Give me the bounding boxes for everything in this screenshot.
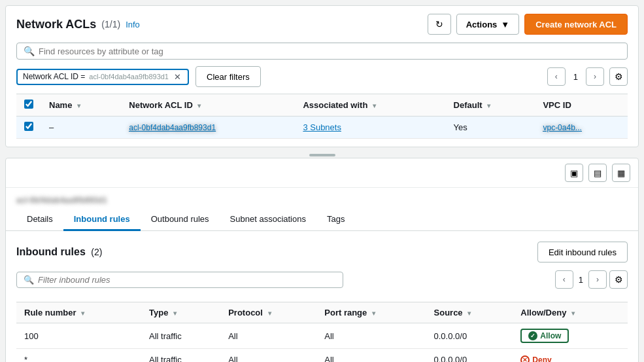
- sort-icon-allow-deny: ▾: [571, 310, 575, 317]
- gear-icon-inbound: ⚙: [615, 274, 623, 285]
- inbound-prev-button[interactable]: ‹: [555, 270, 573, 289]
- header-actions: ↻ Actions ▼ Create network ACL: [428, 14, 628, 35]
- table-row: – acl-0bf4dab4aa9fb893d1 3 Subnets Yes v…: [16, 117, 628, 139]
- inbound-section: Inbound rules (2) Edit inbound rules 🔍 ‹: [6, 231, 638, 362]
- col-acl-id[interactable]: Network ACL ID ▾: [121, 94, 295, 117]
- next-page-button[interactable]: ›: [586, 67, 604, 86]
- rule-1-type: All traffic: [141, 349, 220, 363]
- tab-subnet-associations-label: Subnet associations: [230, 214, 306, 224]
- filter-tag: Network ACL ID = acl-0bf4dab4aa9fb893d1 …: [16, 69, 189, 85]
- chevron-right-icon-inbound: ›: [596, 275, 599, 284]
- rule-1-protocol: All: [220, 349, 316, 363]
- deny-label: Deny: [532, 355, 551, 362]
- col-name[interactable]: Name ▾: [41, 94, 121, 117]
- tab-tags-label: Tags: [327, 214, 345, 224]
- col-default-label: Default: [454, 100, 483, 110]
- rule-1-source-value: 0.0.0.0/0: [434, 355, 467, 363]
- info-link[interactable]: Info: [126, 20, 140, 29]
- sort-icon-rule-number: ▾: [81, 310, 84, 317]
- row-vpc-id-value[interactable]: vpc-0a4b...: [543, 123, 581, 132]
- col-allow-deny[interactable]: Allow/Deny ▾: [513, 302, 628, 323]
- panel-title: Network ACLs (1/1) Info: [16, 18, 140, 31]
- allow-label: Allow: [540, 331, 561, 340]
- tab-tags[interactable]: Tags: [316, 209, 355, 231]
- view-icon-btn-2[interactable]: ▤: [588, 164, 607, 182]
- col-source[interactable]: Source ▾: [426, 302, 513, 323]
- filter-tag-value: acl-0bf4dab4aa9fb893d1: [89, 73, 169, 81]
- inbound-search-bar: 🔍: [16, 272, 343, 288]
- tab-outbound-rules-label: Outbound rules: [151, 214, 209, 224]
- inbound-next-button[interactable]: ›: [588, 270, 607, 289]
- col-rule-number-label: Rule number: [24, 308, 76, 317]
- sort-icon-name: ▾: [77, 102, 80, 109]
- filter-remove-button[interactable]: ✕: [173, 72, 182, 82]
- panel-divider[interactable]: [0, 153, 644, 158]
- col-type[interactable]: Type ▾: [141, 302, 220, 323]
- inbound-title-text: Inbound rules: [16, 246, 86, 257]
- inbound-pagination: ‹ 1 › ⚙: [555, 270, 628, 289]
- search-icon: 🔍: [24, 46, 35, 56]
- view-icon-1: ▣: [570, 168, 578, 178]
- row-associated-value[interactable]: 3 Subnets: [303, 122, 341, 132]
- row-checkbox[interactable]: [24, 122, 33, 131]
- clear-filters-button[interactable]: Clear filters: [195, 66, 261, 87]
- create-acl-button[interactable]: Create network ACL: [524, 14, 628, 35]
- col-allow-deny-label: Allow/Deny: [520, 308, 566, 317]
- select-all-checkbox[interactable]: [24, 100, 33, 109]
- create-label: Create network ACL: [535, 20, 617, 29]
- col-associated[interactable]: Associated with ▾: [295, 94, 445, 117]
- rule-1-number: *: [16, 349, 141, 363]
- row-default: Yes: [446, 117, 535, 139]
- col-port-range[interactable]: Port range ▾: [316, 302, 426, 323]
- col-protocol-label: Protocol: [228, 308, 263, 317]
- sort-icon-source: ▾: [467, 310, 471, 317]
- tab-outbound-rules[interactable]: Outbound rules: [141, 209, 220, 231]
- search-input[interactable]: [39, 46, 620, 56]
- inbound-settings-button[interactable]: ⚙: [609, 270, 628, 289]
- actions-button[interactable]: Actions ▼: [456, 14, 520, 35]
- rule-0-number-value: 100: [24, 331, 39, 341]
- page-wrapper: Network ACLs (1/1) Info ↻ Actions ▼ Crea…: [0, 5, 644, 362]
- rule-0-action: Allow: [513, 323, 628, 349]
- bottom-panel: ▣ ▤ ▦ acl-0bf4dab4aa9fb893d1 Details Inb…: [5, 158, 639, 362]
- row-checkbox-cell: [16, 117, 41, 139]
- col-protocol[interactable]: Protocol ▾: [220, 302, 316, 323]
- rule-row-1: * All traffic All All 0.0.0.0/0: [16, 349, 628, 363]
- tab-inbound-rules[interactable]: Inbound rules: [63, 209, 141, 231]
- col-name-label: Name: [49, 100, 72, 110]
- chevron-left-icon-inbound: ‹: [563, 275, 566, 284]
- rule-1-port-range-value: All: [324, 355, 333, 363]
- prev-page-button[interactable]: ‹: [547, 67, 566, 86]
- tab-details[interactable]: Details: [16, 209, 63, 231]
- inbound-title: Inbound rules (2): [16, 246, 102, 258]
- chevron-right-icon: ›: [594, 72, 596, 81]
- row-vpc-id: vpc-0a4b...: [535, 117, 628, 139]
- resource-id-value: acl-0bf4dab4aa9fb893d1: [16, 196, 107, 205]
- col-default[interactable]: Default ▾: [446, 94, 535, 117]
- rule-row-0: 100 All traffic All All 0.0.0.0/0: [16, 323, 628, 349]
- tabs: Details Inbound rules Outbound rules Sub…: [6, 209, 638, 231]
- refresh-button[interactable]: ↻: [428, 14, 451, 35]
- refresh-icon: ↻: [435, 19, 443, 29]
- col-vpc-id-label: VPC ID: [543, 100, 571, 110]
- edit-inbound-rules-button[interactable]: Edit inbound rules: [537, 242, 628, 262]
- search-icon-inbound: 🔍: [24, 275, 34, 285]
- deny-badge: Deny: [520, 355, 551, 362]
- settings-button[interactable]: ⚙: [609, 67, 628, 86]
- inbound-count: (2): [91, 247, 102, 257]
- rule-0-protocol-value: All: [228, 331, 237, 341]
- row-acl-id-value[interactable]: acl-0bf4dab4aa9fb893d1: [129, 123, 216, 132]
- rule-1-source: 0.0.0.0/0: [426, 349, 513, 363]
- tab-subnet-associations[interactable]: Subnet associations: [220, 209, 316, 231]
- sort-icon-protocol: ▾: [268, 310, 271, 317]
- view-icon-btn-3[interactable]: ▦: [612, 164, 630, 182]
- inbound-header: Inbound rules (2) Edit inbound rules: [16, 242, 628, 262]
- inbound-search-input[interactable]: [38, 275, 336, 285]
- inbound-controls: 🔍 ‹ 1 › ⚙: [16, 270, 628, 295]
- rule-1-port-range: All: [316, 349, 426, 363]
- gear-icon: ⚙: [615, 71, 623, 82]
- view-icon-btn-1[interactable]: ▣: [565, 164, 583, 182]
- acl-table: Name ▾ Network ACL ID ▾ Associated with …: [16, 94, 628, 139]
- col-type-label: Type: [149, 308, 168, 317]
- col-rule-number[interactable]: Rule number ▾: [16, 302, 141, 323]
